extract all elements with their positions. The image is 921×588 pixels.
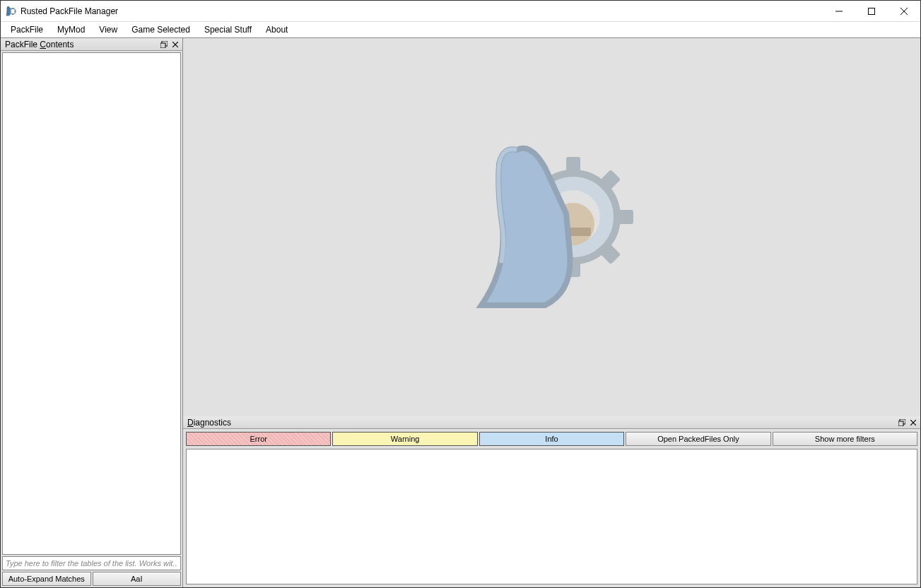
app-icon — [5, 6, 16, 17]
packfile-contents-header: PackFile Contents — [1, 38, 182, 51]
svg-rect-6 — [160, 43, 165, 48]
menu-view[interactable]: View — [92, 23, 124, 36]
panel-header-buttons — [158, 40, 181, 49]
filter-error[interactable]: Error — [186, 432, 331, 446]
packfile-contents-title: PackFile Contents — [5, 40, 74, 49]
maximize-button[interactable] — [855, 1, 888, 21]
svg-rect-14 — [616, 210, 633, 224]
diagnostics-content[interactable] — [186, 449, 917, 584]
main-area: PackFile Contents Auto-Expand Matches Aa… — [1, 37, 920, 587]
filter-show-more[interactable]: Show more filters — [773, 432, 917, 446]
menu-packfile[interactable]: PackFile — [4, 23, 50, 36]
app-logo — [453, 129, 651, 327]
svg-rect-11 — [566, 157, 580, 175]
svg-rect-22 — [898, 421, 903, 426]
diagnostics-header: Diagnostics — [183, 416, 920, 429]
menubar: PackFile MyMod View Game Selected Specia… — [1, 22, 920, 37]
right-area: Diagnostics Error Warning Info Open Pack… — [183, 38, 920, 587]
svg-rect-2 — [869, 8, 875, 14]
titlebar-left: Rusted PackFile Manager — [5, 6, 118, 17]
titlebar: Rusted PackFile Manager — [1, 1, 920, 22]
packfile-contents-panel: PackFile Contents Auto-Expand Matches Aa… — [1, 38, 183, 587]
diag-header-buttons — [896, 418, 919, 428]
minimize-button[interactable] — [823, 1, 855, 21]
undock-icon[interactable] — [158, 40, 170, 49]
close-button[interactable] — [888, 1, 920, 21]
undock-icon[interactable] — [896, 418, 908, 428]
menu-game-selected[interactable]: Game Selected — [124, 23, 197, 36]
filter-warning[interactable]: Warning — [332, 432, 477, 446]
diagnostics-title: Diagnostics — [187, 418, 231, 428]
auto-expand-button[interactable]: Auto-Expand Matches — [2, 572, 91, 586]
filter-open-only[interactable]: Open PackedFiles Only — [626, 432, 770, 446]
close-panel-icon[interactable] — [170, 40, 181, 49]
menu-special-stuff[interactable]: Special Stuff — [197, 23, 259, 36]
window-controls — [823, 1, 920, 21]
filter-info[interactable]: Info — [479, 432, 624, 446]
packfile-tree[interactable] — [2, 52, 181, 555]
content-area — [183, 38, 920, 416]
filter-input[interactable] — [2, 556, 181, 570]
filter-buttons: Auto-Expand Matches AaI — [1, 570, 182, 587]
menu-about[interactable]: About — [259, 23, 295, 36]
diagnostics-filters: Error Warning Info Open PackedFiles Only… — [183, 429, 920, 449]
close-panel-icon[interactable] — [908, 418, 919, 428]
app-title: Rusted PackFile Manager — [20, 6, 118, 16]
menu-mymod[interactable]: MyMod — [50, 23, 92, 36]
diagnostics-panel: Diagnostics Error Warning Info Open Pack… — [183, 416, 920, 587]
aai-button[interactable]: AaI — [93, 572, 182, 586]
